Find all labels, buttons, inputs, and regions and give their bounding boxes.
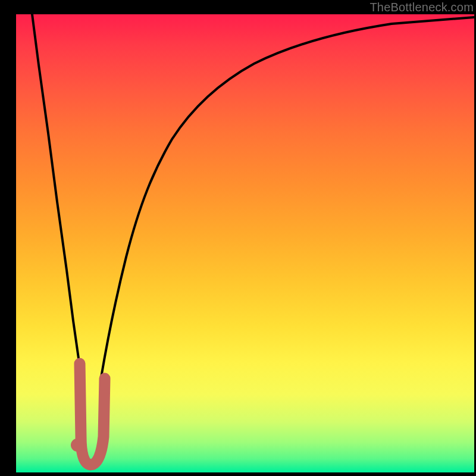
right-branch-line	[101, 17, 474, 377]
watermark-label: TheBottleneck.com	[369, 1, 474, 14]
left-branch-line	[32, 14, 79, 362]
chart-frame: TheBottleneck.com	[0, 0, 476, 476]
plot-area	[16, 14, 474, 472]
j-mark-icon	[80, 364, 105, 465]
j-mark-dot-icon	[71, 439, 84, 452]
curve-layer	[16, 14, 474, 472]
